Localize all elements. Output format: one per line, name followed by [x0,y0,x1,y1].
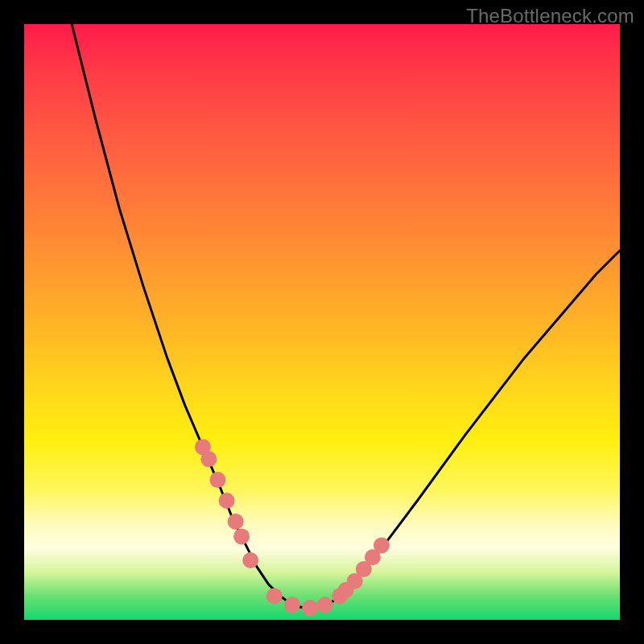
data-point [219,493,235,509]
data-point [242,552,258,568]
data-point [233,528,250,544]
bottleneck-curve [72,24,620,608]
plot-area [24,24,620,620]
data-point [210,472,226,488]
data-point [302,600,318,616]
data-point [284,597,300,613]
data-point [228,514,244,530]
data-point [317,597,333,613]
curve-svg [24,24,620,620]
scatter-markers [195,439,390,616]
chart-frame: TheBottleneck.com [0,0,644,644]
data-point [374,538,390,554]
watermark-text: TheBottleneck.com [466,5,634,27]
bottleneck-curve-path [72,24,620,608]
data-point [200,451,217,467]
data-point [266,588,283,604]
